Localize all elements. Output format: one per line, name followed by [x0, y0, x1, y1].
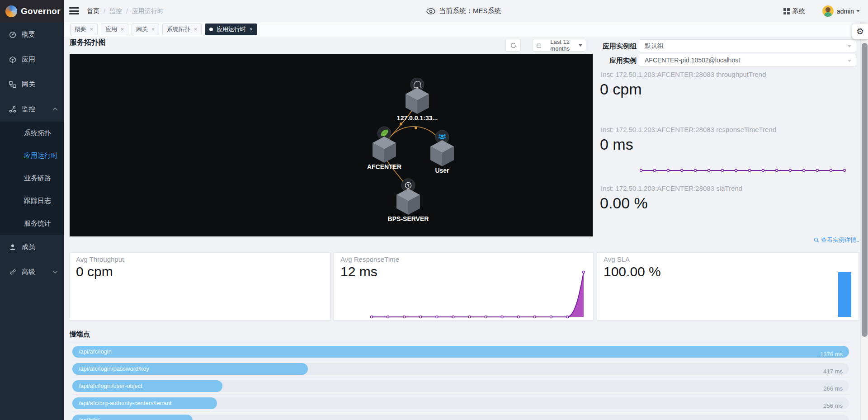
trend-point [803, 170, 805, 172]
sidebar-subitem-业务链路[interactable]: 业务链路 [0, 167, 64, 189]
tab-4[interactable]: 系统拓扑× [162, 24, 202, 35]
trend-point [816, 170, 819, 172]
instance-group-select[interactable]: 默认组 [639, 39, 856, 52]
topology-graph[interactable]: 127.0.0.1:33...AFCENTERUser?BPS-SERVER [70, 54, 593, 236]
topology-node-BPS-SERVER[interactable]: ?BPS-SERVER [388, 179, 429, 222]
endpoint-track: /api/afc/org-authority-centers/tenant256… [72, 397, 849, 409]
endpoint-label: /api/afc/login [79, 346, 112, 358]
endpoint-bar: /api/afc/org-authority-centers/tenant [72, 397, 217, 409]
responsetime-trend-chart [639, 167, 846, 174]
trend-point [667, 170, 670, 172]
area-point [420, 316, 422, 318]
trend-point [830, 170, 832, 172]
sidebar-item-高级[interactable]: 高级 [0, 260, 64, 284]
view-instance-detail-label: 查看实例详情... [821, 236, 860, 244]
topology-node-User[interactable]: User [430, 130, 454, 174]
main-content: 服务拓扑图 Last 12 months 127.0.0.1:33...AFCE… [64, 37, 860, 420]
user-caret-icon[interactable] [856, 10, 860, 12]
endpoint-bar: /api/afc/login/user-object [72, 380, 222, 392]
sidebar-subitem-系统拓扑[interactable]: 系统拓扑 [0, 122, 64, 144]
tab-3[interactable]: 网关× [132, 24, 159, 35]
tab-close-icon[interactable]: × [151, 26, 155, 33]
avatar[interactable] [822, 5, 834, 17]
tab-1[interactable]: 概要× [70, 24, 98, 35]
tab-label: 应用 [105, 25, 117, 33]
calendar-icon [537, 42, 541, 48]
topology-node-AFCENTER[interactable]: AFCENTER [367, 127, 401, 170]
svg-text:?: ? [407, 183, 410, 188]
area-point [371, 316, 373, 318]
area-point [452, 316, 454, 318]
topology-node-127.0.0.1:33...[interactable]: 127.0.0.1:33... [397, 78, 438, 122]
member-icon [9, 244, 16, 251]
tab-bar: 概要×应用×网关×系统拓扑×应用运行时× [64, 22, 860, 37]
menu-toggle-icon[interactable] [69, 6, 79, 15]
sidebar-item-成员[interactable]: 成员 [0, 235, 64, 260]
node-label: User [435, 167, 449, 174]
endpoint-value: 417 ms [823, 366, 843, 378]
instance-value: AFCENTER-pid:10502@localhost [645, 57, 740, 64]
current-system: 当前系统：MES系统 [426, 0, 501, 22]
area-point [485, 316, 487, 318]
sidebar-item-概要[interactable]: 概要 [0, 22, 64, 47]
time-range-button[interactable]: Last 12 months [533, 39, 586, 52]
area-point [566, 316, 568, 318]
grid-icon [783, 8, 790, 14]
user-name[interactable]: admin [837, 8, 854, 15]
sidebar-item-label: 概要 [22, 30, 35, 39]
breadcrumb-monitor[interactable]: 监控 [109, 7, 122, 15]
sidebar-submenu: 系统拓扑应用运行时业务链路跟踪日志服务统计 [0, 122, 64, 235]
settings-gear-icon[interactable]: ⚙ [852, 24, 868, 39]
tab-5[interactable]: 应用运行时× [205, 24, 257, 35]
chevron-up-icon [52, 108, 58, 111]
node-label: BPS-SERVER [388, 215, 429, 222]
sidebar-item-应用[interactable]: 应用 [0, 47, 64, 72]
sidebar-subitem-服务统计[interactable]: 服务统计 [0, 212, 64, 235]
sidebar-subitem-应用运行时[interactable]: 应用运行时 [0, 144, 64, 167]
breadcrumb-home[interactable]: 首页 [87, 7, 99, 15]
tab-2[interactable]: 应用× [101, 24, 128, 35]
responsetime-trend-caption: Inst: 172.50.1.203:AFCENTER:28083 respon… [601, 126, 776, 133]
vertical-scrollbar[interactable] [860, 22, 868, 420]
tab-close-icon[interactable]: × [121, 26, 124, 33]
endpoint-track: /api/afc/login/user-object266 ms [72, 380, 849, 392]
sla-trend-value: 0.00 % [600, 194, 648, 212]
trend-point [681, 170, 683, 172]
refresh-button[interactable] [505, 39, 521, 52]
system-menu[interactable]: 系统 [783, 7, 805, 15]
endpoint-row[interactable]: /api/afc/login1376 ms [72, 343, 849, 360]
responsetime-trend-value: 0 ms [600, 136, 633, 153]
endpoint-row[interactable]: /api/afc/login/password/key417 ms [72, 360, 849, 378]
scrollbar-thumb[interactable] [862, 43, 868, 337]
endpoint-row[interactable]: /api/afc/org-authority-centers/tenant256… [72, 395, 849, 412]
area-point [583, 271, 585, 274]
instance-select[interactable]: AFCENTER-pid:10502@localhost [639, 54, 856, 67]
top-bar: Governor 首页 / 监控 / 应用运行时 当前系统：MES系统 系统 a… [0, 0, 868, 22]
avg-responsetime-card: Avg ResponseTime 12 ms [334, 252, 594, 321]
sidebar-subitem-跟踪日志[interactable]: 跟踪日志 [0, 189, 64, 212]
sidebar: 概要应用网关监控系统拓扑应用运行时业务链路跟踪日志服务统计成员高级 [0, 22, 64, 420]
sidebar-item-label: 成员 [22, 243, 35, 251]
slow-endpoints-list: /api/afc/login1376 ms/api/afc/login/pass… [72, 343, 849, 420]
select-caret-icon [848, 60, 851, 62]
tab-close-icon[interactable]: × [90, 26, 93, 33]
select-caret-icon [848, 45, 851, 47]
trend-point [694, 170, 697, 172]
time-range-label: Last 12 months [544, 38, 576, 52]
tab-close-icon[interactable]: × [194, 26, 197, 33]
endpoint-track: /api/afc/… [72, 415, 849, 420]
sidebar-item-网关[interactable]: 网关 [0, 72, 64, 97]
card-value: 100.00 % [604, 264, 661, 279]
tab-close-icon[interactable]: × [250, 26, 253, 33]
sidebar-item-label: 高级 [22, 268, 35, 276]
endpoint-row[interactable]: /api/afc/login/user-object266 ms [72, 378, 849, 395]
instance-group-value: 默认组 [645, 42, 664, 49]
area-point [501, 316, 503, 318]
service-topology-panel[interactable]: 127.0.0.1:33...AFCENTERUser?BPS-SERVER [70, 54, 593, 236]
endpoint-row[interactable]: /api/afc/… [72, 412, 849, 420]
view-instance-detail-link[interactable]: 查看实例详情... [814, 236, 860, 244]
sidebar-item-监控[interactable]: 监控 [0, 97, 64, 122]
tab-label: 系统拓扑 [167, 25, 190, 33]
cube-icon [406, 88, 429, 114]
sidebar-item-label: 网关 [22, 80, 35, 89]
